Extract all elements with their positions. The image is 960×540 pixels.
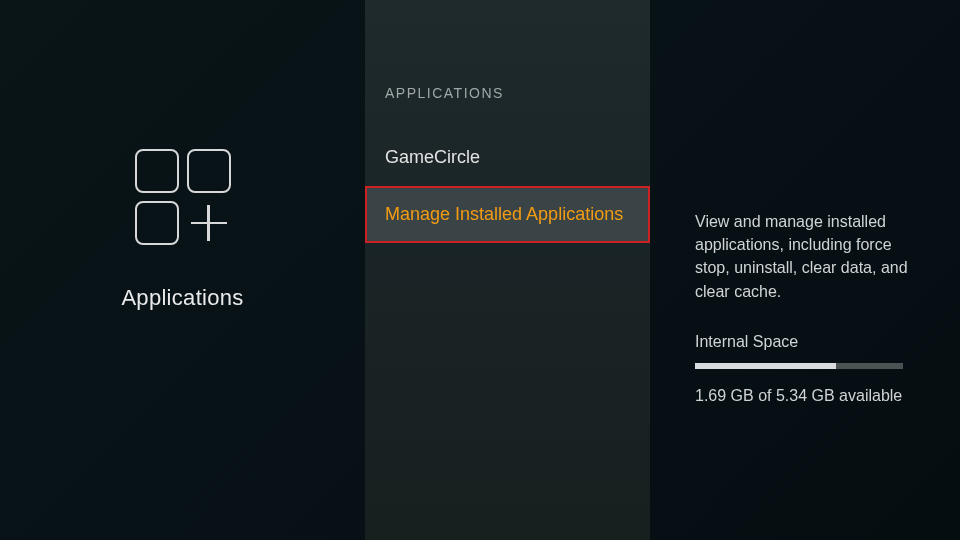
- menu-item-gamecircle[interactable]: GameCircle: [365, 129, 650, 186]
- detail-pane: View and manage installed applications, …: [650, 0, 960, 540]
- description-text: View and manage installed applications, …: [695, 210, 912, 303]
- page-title: Applications: [121, 285, 243, 311]
- section-header: APPLICATIONS: [365, 85, 650, 129]
- storage-available-text: 1.69 GB of 5.34 GB available: [695, 387, 912, 405]
- menu-pane: APPLICATIONS GameCircle Manage Installed…: [365, 0, 650, 540]
- storage-bar: [695, 363, 903, 369]
- menu-item-label: Manage Installed Applications: [385, 204, 623, 224]
- app-square-icon: [187, 149, 231, 193]
- storage-fill: [695, 363, 836, 369]
- menu-item-label: GameCircle: [385, 147, 480, 167]
- plus-icon: [187, 201, 231, 245]
- applications-icon: [135, 149, 231, 245]
- storage-label: Internal Space: [695, 333, 912, 351]
- app-square-icon: [135, 201, 179, 245]
- left-pane: Applications: [0, 0, 365, 540]
- app-square-icon: [135, 149, 179, 193]
- menu-item-manage-installed-applications[interactable]: Manage Installed Applications: [365, 186, 650, 243]
